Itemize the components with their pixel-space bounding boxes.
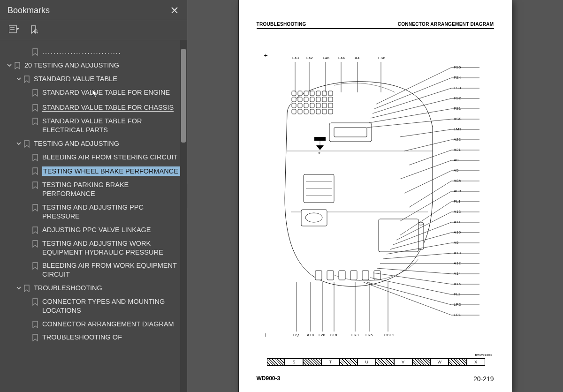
- bookmark-item[interactable]: TROUBLESHOOTING OF: [5, 331, 183, 344]
- connector-label: A13: [454, 210, 461, 214]
- bookmark-label: CONNECTOR ARRANGEMENT DIAGRAM: [42, 320, 183, 329]
- tree-scrollbar[interactable]: [180, 40, 187, 392]
- bookmark-item[interactable]: TROUBLESHOOTING: [5, 281, 183, 295]
- chevron-down-icon[interactable]: [6, 62, 13, 68]
- svg-rect-6: [298, 91, 302, 96]
- bookmarks-panel: Bookmarks ............................20…: [0, 0, 187, 392]
- bookmark-item[interactable]: CONNECTOR TYPES AND MOUNTING LOCATIONS: [5, 295, 183, 317]
- connector-label: LM1: [454, 127, 461, 131]
- bookmark-item[interactable]: TESTING WHEEL BRAKE PERFORMANCE: [5, 164, 183, 179]
- bookmark-label: 20 TESTING AND ADJUSTING: [24, 61, 183, 70]
- bookmark-item[interactable]: 20 TESTING AND ADJUSTING: [5, 59, 183, 72]
- bookmark-item[interactable]: TESTING PARKING BRAKE PERFORMANCE: [5, 178, 183, 201]
- page-header-left: TROUBLESHOOTING: [257, 22, 306, 27]
- bookmark-item[interactable]: CONNECTOR ARRANGEMENT DIAGRAM: [5, 317, 183, 331]
- connector-label: GRE: [330, 333, 339, 337]
- connector-label: CBL1: [384, 333, 394, 337]
- bookmark-item[interactable]: BLEEDING AIR FROM WORK EQUIPMENT CIRCUIT: [5, 259, 183, 281]
- svg-rect-55: [350, 271, 357, 280]
- connector-label: ASS: [454, 117, 462, 121]
- bookmark-label: TESTING AND ADJUSTING: [34, 139, 183, 148]
- bookmark-label: TESTING AND ADJUSTING PPC PRESSURE: [42, 203, 183, 221]
- connector-label: FL1: [454, 199, 461, 204]
- connector-diagram: L43L42L46L44A4FS6FS5FS4FS3FS2FS1ASSLM1A2…: [259, 57, 491, 348]
- svg-rect-30: [316, 109, 320, 114]
- bookmark-label: TESTING AND ADJUSTING WORK EQUIPMENT HYD…: [42, 239, 183, 257]
- bookmark-item[interactable]: STANDARD VALUE TABLE FOR ELECTRICAL PART…: [5, 114, 183, 137]
- connector-label: A18: [307, 333, 314, 337]
- connector-label: L43: [292, 56, 299, 60]
- bookmark-icon: [31, 89, 39, 97]
- bookmark-icon: [31, 118, 39, 125]
- connector-label: LR3: [351, 333, 359, 337]
- close-panel-button[interactable]: [169, 5, 180, 16]
- connector-label: FS1: [454, 106, 461, 111]
- svg-rect-13: [298, 97, 302, 102]
- bookmark-icon: [31, 334, 39, 341]
- bookmark-item[interactable]: BLEEDING AIR FROM STEERING CIRCUIT: [5, 151, 183, 164]
- bookmark-item[interactable]: STANDARD VALUE TABLE: [5, 72, 183, 86]
- bookmark-options-button[interactable]: [8, 24, 21, 35]
- bookmark-icon: [31, 181, 39, 189]
- bookmark-icon: [23, 285, 31, 292]
- svg-rect-31: [322, 109, 327, 114]
- connector-label: LR5: [365, 333, 373, 337]
- bookmark-tree: ............................20 TESTING A…: [0, 40, 187, 392]
- svg-rect-24: [322, 103, 327, 108]
- bookmark-item[interactable]: TESTING AND ADJUSTING PPC PRESSURE: [5, 201, 183, 223]
- connector-label: A18: [454, 251, 461, 255]
- connector-label: FS5: [454, 65, 461, 69]
- bookmark-item[interactable]: STANDARD VALUE TABLE FOR CHASSIS: [5, 101, 183, 114]
- bookmark-label: BLEEDING AIR FROM WORK EQUIPMENT CIRCUIT: [42, 261, 183, 279]
- svg-rect-58: [314, 137, 326, 141]
- page-header: TROUBLESHOOTING CONNECTOR ARRANGEMENT DI…: [257, 22, 494, 29]
- svg-rect-21: [304, 103, 308, 108]
- find-bookmark-button[interactable]: [27, 24, 40, 35]
- svg-rect-53: [327, 271, 334, 280]
- svg-line-4: [37, 32, 38, 33]
- bookmarks-header: Bookmarks: [0, 0, 187, 20]
- svg-rect-19: [292, 103, 296, 108]
- svg-rect-26: [292, 109, 296, 114]
- connector-label: L44: [338, 56, 345, 60]
- svg-rect-25: [328, 103, 333, 108]
- connector-label: FS4: [454, 75, 461, 80]
- connector-label: L42: [306, 56, 313, 60]
- svg-rect-56: [362, 271, 369, 280]
- bookmark-item[interactable]: ADJUSTING PPC VALVE LINKAGE: [5, 223, 183, 237]
- svg-rect-17: [322, 97, 327, 102]
- connector-label: A21: [454, 148, 461, 152]
- svg-point-40: [305, 213, 322, 222]
- svg-rect-14: [304, 97, 308, 102]
- svg-rect-54: [339, 271, 345, 280]
- svg-rect-15: [310, 97, 314, 102]
- svg-rect-32: [328, 109, 333, 114]
- page-footer: WD900-3 20-219: [257, 375, 494, 383]
- chevron-down-icon[interactable]: [15, 285, 23, 291]
- svg-rect-34: [334, 128, 367, 137]
- connector-label: L26: [319, 333, 325, 337]
- bookmark-icon: [31, 262, 39, 270]
- chevron-down-icon[interactable]: [15, 141, 23, 146]
- document-view[interactable]: TROUBLESHOOTING CONNECTOR ARRANGEMENT DI…: [187, 0, 563, 392]
- svg-rect-9: [316, 91, 320, 96]
- bookmark-icon: [31, 167, 39, 175]
- svg-rect-12: [292, 97, 296, 102]
- connector-label: FS2: [454, 96, 461, 100]
- bookmark-icon: [31, 226, 39, 234]
- connector-label: A15: [454, 282, 461, 286]
- bookmark-icon: [31, 104, 39, 112]
- scrollbar-thumb[interactable]: [181, 49, 186, 143]
- bookmark-item[interactable]: STANDARD VALUE TABLE FOR ENGINE: [5, 86, 183, 101]
- bookmark-label: BLEEDING AIR FROM STEERING CIRCUIT: [42, 153, 183, 162]
- bookmarks-toolbar: [0, 20, 187, 40]
- svg-rect-18: [328, 97, 333, 102]
- chevron-down-icon[interactable]: [15, 76, 23, 82]
- connector-label: A22: [454, 137, 461, 142]
- svg-rect-29: [310, 109, 314, 114]
- bookmark-label: TROUBLESHOOTING: [34, 284, 183, 293]
- bookmark-item-truncated[interactable]: ............................: [5, 45, 183, 59]
- bookmark-icon: [13, 62, 22, 69]
- bookmark-item[interactable]: TESTING AND ADJUSTING WORK EQUIPMENT HYD…: [5, 237, 183, 259]
- bookmark-item[interactable]: TESTING AND ADJUSTING: [5, 137, 183, 151]
